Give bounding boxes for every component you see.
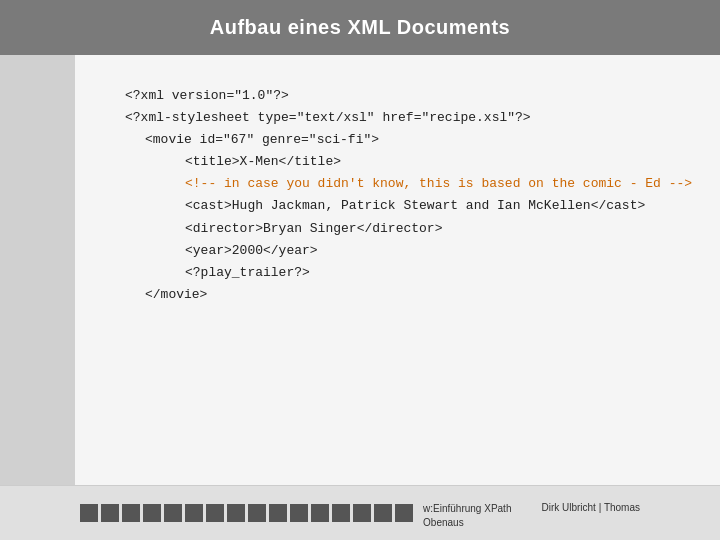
square-15 — [374, 504, 392, 522]
bottom-squares — [80, 504, 413, 522]
code-line-3: <movie id="67" genre="sci-fi"> — [145, 129, 680, 151]
page-title: Aufbau eines XML Documents — [210, 16, 510, 39]
code-line-5-comment: <!-- in case you didn't know, this is ba… — [185, 173, 680, 195]
square-12 — [311, 504, 329, 522]
footer-center-text: w:Einführung XPath Obenaus — [423, 502, 511, 530]
square-6 — [185, 504, 203, 522]
square-14 — [353, 504, 371, 522]
bottom-bar: w:Einführung XPath Obenaus Dirk Ulbricht… — [0, 485, 720, 540]
square-8 — [227, 504, 245, 522]
square-4 — [143, 504, 161, 522]
square-9 — [248, 504, 266, 522]
square-1 — [80, 504, 98, 522]
square-13 — [332, 504, 350, 522]
footer-center-line1: w:Einführung XPath — [423, 502, 511, 516]
code-line-9: <?play_trailer?> — [185, 262, 680, 284]
square-5 — [164, 504, 182, 522]
footer-center-line2: Obenaus — [423, 516, 511, 530]
square-2 — [101, 504, 119, 522]
code-line-7: <director>Bryan Singer</director> — [185, 218, 680, 240]
code-line-8: <year>2000</year> — [185, 240, 680, 262]
header-bar: Aufbau eines XML Documents — [0, 0, 720, 55]
code-block: <?xml version="1.0"?> <?xml-stylesheet t… — [125, 85, 680, 306]
square-7 — [206, 504, 224, 522]
sidebar-strip — [0, 55, 75, 485]
code-line-6: <cast>Hugh Jackman, Patrick Stewart and … — [185, 195, 680, 217]
square-10 — [269, 504, 287, 522]
footer-right-text: Dirk Ulbricht | Thomas — [541, 502, 640, 513]
square-16 — [395, 504, 413, 522]
code-line-1: <?xml version="1.0"?> — [125, 85, 680, 107]
square-11 — [290, 504, 308, 522]
code-line-10: </movie> — [145, 284, 680, 306]
code-line-2: <?xml-stylesheet type="text/xsl" href="r… — [125, 107, 680, 129]
bottom-footer: w:Einführung XPath Obenaus Dirk Ulbricht… — [423, 502, 640, 530]
code-line-4: <title>X-Men</title> — [185, 151, 680, 173]
square-3 — [122, 504, 140, 522]
main-content: <?xml version="1.0"?> <?xml-stylesheet t… — [75, 55, 720, 485]
